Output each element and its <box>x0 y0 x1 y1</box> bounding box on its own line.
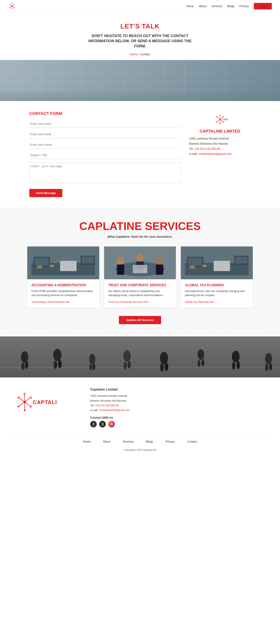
footer: CAPTALINE Captaline Limited 1302 Lemesos… <box>0 378 280 458</box>
footer-email-link[interactable]: creativebydre@gmail.com <box>99 408 130 412</box>
svg-point-100 <box>265 364 268 371</box>
nav-contact-button[interactable]: Contact <box>254 3 272 10</box>
svg-rect-23 <box>205 64 206 95</box>
svg-rect-53 <box>104 246 176 279</box>
svg-rect-76 <box>0 367 280 368</box>
services-subtitle: What Caplatine Team Do for your bussines… <box>8 235 272 238</box>
nav-blogs[interactable]: Blogs <box>227 4 234 8</box>
footer-logo-svg: CAPTALINE <box>12 388 58 416</box>
email-input[interactable] <box>29 130 181 138</box>
svg-point-113 <box>24 410 26 411</box>
svg-line-104 <box>24 398 31 402</box>
tax-image-svg <box>181 246 253 279</box>
svg-point-116 <box>111 424 112 425</box>
svg-point-55 <box>117 257 124 265</box>
svg-point-89 <box>160 352 168 364</box>
svg-rect-52 <box>82 257 94 264</box>
svg-point-98 <box>265 353 272 364</box>
svg-point-78 <box>25 362 28 369</box>
svg-rect-58 <box>136 262 144 273</box>
svg-point-94 <box>198 360 200 367</box>
trust-image-svg <box>104 246 176 279</box>
svg-point-91 <box>160 363 164 372</box>
footer-email: e-mail. creativebydre@gmail.com <box>90 408 268 412</box>
nav-about[interactable]: About <box>199 4 206 8</box>
footer-info-column: Captaline Limited 1302 Lemesos Rosario A… <box>90 388 268 428</box>
svg-point-9 <box>14 4 14 5</box>
service-card-accounting: ACCOUNTING & ADMINISTRATION CAPLATINE pr… <box>27 246 99 308</box>
svg-rect-60 <box>156 264 163 275</box>
svg-point-99 <box>269 363 272 370</box>
svg-rect-74 <box>0 336 280 378</box>
svg-rect-17 <box>82 64 82 95</box>
svg-line-103 <box>18 398 24 402</box>
svg-point-57 <box>136 254 144 262</box>
nav-services[interactable]: Services <box>211 4 222 8</box>
footer-nav-services[interactable]: Services <box>123 440 134 443</box>
tax-card-link[interactable]: Global Tax Planning info → <box>185 300 217 304</box>
svg-point-10 <box>9 7 10 8</box>
phone-input[interactable] <box>29 141 181 148</box>
captaline-logo-area: CAPTALINE <box>189 113 251 126</box>
name-input[interactable] <box>29 120 181 128</box>
nav-home[interactable]: Home <box>186 4 194 8</box>
accounting-card-link[interactable]: Accounting & Administration info → <box>31 300 73 304</box>
svg-rect-29 <box>0 89 280 89</box>
svg-point-86 <box>124 350 131 362</box>
message-input[interactable] <box>29 163 181 183</box>
svg-point-81 <box>58 360 62 368</box>
hero-subtitle: DON'T HESITATE TO REACH OUT WITH THE CON… <box>85 34 195 49</box>
company-email: e-mail. creativebydre@gmail.com <box>189 152 251 156</box>
svg-line-3 <box>12 5 14 6</box>
svg-rect-25 <box>246 64 246 95</box>
service-card-tax: GLOBAL TAX PLANNING International tax ru… <box>181 246 253 308</box>
tax-card-desc: International tax rules are constantly c… <box>185 289 249 298</box>
contact-form: Send Message <box>29 120 181 197</box>
company-name: CAPTALINE LIMITED <box>189 129 251 134</box>
footer-nav-contact[interactable]: Contact <box>187 440 197 443</box>
svg-rect-28 <box>0 80 280 81</box>
services-title: CAPLATINE SERVICES <box>8 220 272 232</box>
footer-nav-privacy[interactable]: Privacy <box>166 440 175 443</box>
svg-rect-73 <box>235 257 248 264</box>
services-grid: ACCOUNTING & ADMINISTRATION CAPLATINE pr… <box>27 246 253 308</box>
breadcrumb-home[interactable]: Home <box>130 53 138 56</box>
svg-rect-62 <box>134 266 146 266</box>
footer-nav-about[interactable]: About <box>103 440 110 443</box>
svg-point-85 <box>89 364 92 370</box>
company-tel-link[interactable]: +62.878.193.555.89 <box>194 147 220 150</box>
svg-rect-27 <box>0 72 280 73</box>
svg-rect-26 <box>266 64 267 95</box>
svg-rect-61 <box>133 265 147 273</box>
svg-rect-66 <box>185 263 249 275</box>
subject-input[interactable] <box>29 152 181 159</box>
svg-point-88 <box>124 362 127 369</box>
people-banner-image <box>0 336 280 378</box>
footer-tel-link[interactable]: +62.878.193.555.89 <box>95 404 119 407</box>
footer-nav-home[interactable]: Home <box>83 440 90 443</box>
nav-privacy[interactable]: Privacy <box>240 4 249 8</box>
facebook-icon[interactable] <box>90 421 97 428</box>
svg-point-84 <box>92 364 95 370</box>
svg-point-7 <box>12 3 12 4</box>
send-message-button[interactable]: Send Message <box>29 189 62 197</box>
nav-logo[interactable] <box>8 2 16 10</box>
svg-point-111 <box>18 406 19 407</box>
svg-point-11 <box>14 7 14 8</box>
svg-rect-51 <box>80 256 95 265</box>
instagram-icon[interactable] <box>108 421 115 428</box>
svg-point-39 <box>223 116 224 117</box>
svg-point-41 <box>223 122 224 123</box>
service-card-trust: TRUST AND CORPORATE SERVICES Our offices… <box>104 246 176 308</box>
svg-rect-16 <box>62 64 62 95</box>
svg-point-40 <box>216 122 217 123</box>
contact-form-title: CONTACT FORM <box>29 111 181 116</box>
footer-nav-blogs[interactable]: Blogs <box>146 440 153 443</box>
svg-point-69 <box>189 265 195 268</box>
trust-card-link[interactable]: Trust and Corporate Services info → <box>108 300 152 304</box>
explore-all-services-button[interactable]: Explore All Services <box>119 316 161 324</box>
footer-company-name: Captaline Limited <box>90 388 268 391</box>
company-email-link[interactable]: creativebydre@gmail.com <box>198 152 232 156</box>
x-twitter-icon[interactable] <box>99 421 106 428</box>
svg-rect-71 <box>214 261 230 271</box>
